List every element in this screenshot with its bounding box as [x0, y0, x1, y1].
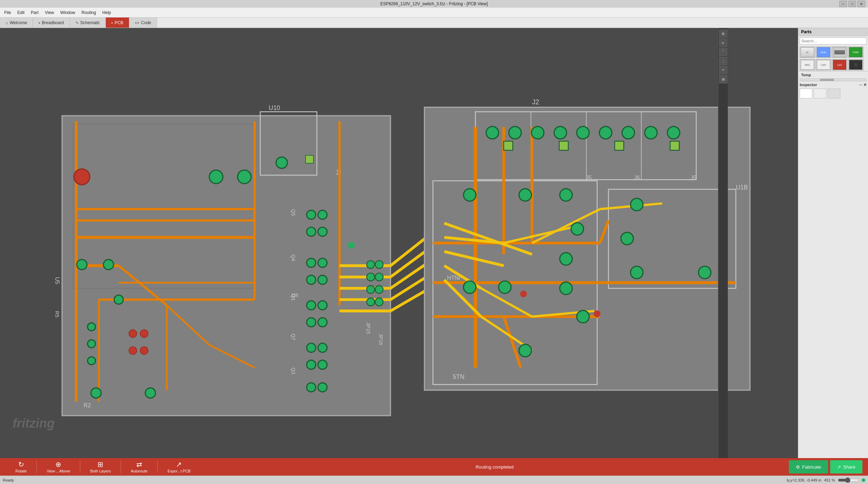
- svg-text:Q5: Q5: [291, 209, 296, 216]
- inspector-close-icon[interactable]: ✕: [863, 83, 867, 87]
- menu-help[interactable]: Help: [100, 9, 114, 16]
- svg-point-73: [645, 126, 657, 139]
- svg-point-49: [307, 360, 316, 369]
- right-panel: Parts IC MOD PWR: [798, 28, 868, 458]
- svg-rect-78: [670, 141, 679, 150]
- svg-point-68: [532, 126, 544, 139]
- svg-point-87: [464, 281, 476, 293]
- fabricate-icon: ⚙: [796, 464, 800, 470]
- inspector-box-3[interactable]: [828, 89, 840, 98]
- menu-file[interactable]: File: [1, 9, 14, 16]
- svg-rect-14: [424, 107, 750, 390]
- tab-welcome[interactable]: ⌂ Welcome: [0, 18, 33, 28]
- menu-window[interactable]: Window: [57, 9, 78, 16]
- tab-code-label: Code: [141, 20, 151, 25]
- part-thumb-1[interactable]: IC: [800, 47, 815, 58]
- share-button[interactable]: ↗ Share: [830, 460, 862, 473]
- parts-title: Parts: [801, 29, 812, 34]
- svg-text:HTNl: HTNl: [447, 275, 460, 281]
- part-thumb-6[interactable]: CAP: [816, 59, 831, 70]
- inspector-box-1[interactable]: [800, 89, 812, 98]
- tab-bar: ⌂ Welcome ▪ Breadboard ∿ Schematic ▪ PCB…: [0, 18, 868, 28]
- inspector-panel: Inspector ─ ✕: [798, 81, 868, 458]
- menu-part[interactable]: Part: [28, 9, 41, 16]
- export-pcb-tool[interactable]: ↗ Expor...t PCB: [158, 458, 200, 476]
- svg-point-103: [594, 310, 600, 317]
- svg-point-57: [91, 388, 101, 398]
- pcb-svg: U10 J1 U5 Q5 Q4 Q1 Q7 Q3 Q8 R2 R5: [0, 28, 798, 458]
- routing-icon[interactable]: ⌒: [719, 48, 727, 56]
- part-thumb-4[interactable]: PWR: [848, 47, 863, 58]
- svg-point-34: [114, 295, 123, 304]
- svg-point-80: [519, 189, 532, 201]
- layers-icon[interactable]: ≡: [719, 39, 727, 47]
- both-layers-tool[interactable]: ⊞ Both Layers: [80, 458, 121, 476]
- part-thumb-7[interactable]: LED: [832, 59, 847, 70]
- menu-view[interactable]: View: [42, 9, 57, 16]
- svg-text:5TN: 5TN: [453, 373, 465, 380]
- svg-text:JP16: JP16: [378, 334, 384, 345]
- pcb-canvas[interactable]: fritzing U10 J1 U5 Q5 Q4 Q1 Q7: [0, 28, 798, 458]
- svg-rect-0: [62, 116, 390, 415]
- antenna-icon[interactable]: ⌖: [719, 66, 727, 74]
- svg-point-44: [318, 301, 327, 310]
- svg-text:U5: U5: [54, 277, 61, 284]
- view-above-tool[interactable]: ⊕ View ...Above: [37, 458, 80, 476]
- main-layout: fritzing U10 J1 U5 Q5 Q4 Q1 Q7: [0, 28, 868, 458]
- svg-rect-75: [504, 141, 513, 150]
- part-thumb-8[interactable]: ⬛: [848, 59, 863, 70]
- part-thumb-2[interactable]: MOD: [816, 47, 831, 58]
- grid-icon[interactable]: ⊞: [719, 75, 727, 83]
- inspector-color-boxes: [800, 89, 867, 98]
- inspector-minimize-icon[interactable]: ─: [859, 83, 862, 87]
- minimize-button[interactable]: ─: [839, 1, 847, 7]
- svg-point-70: [577, 126, 589, 139]
- svg-point-36: [318, 210, 327, 219]
- svg-point-43: [307, 301, 316, 310]
- close-button[interactable]: ✕: [857, 1, 865, 7]
- parts-search-input[interactable]: [800, 37, 867, 44]
- svg-point-60: [88, 340, 96, 348]
- svg-point-65: [140, 347, 148, 355]
- svg-text:J2: J2: [532, 98, 539, 106]
- svg-point-35: [307, 210, 316, 219]
- svg-point-72: [622, 126, 635, 139]
- maximize-button[interactable]: □: [848, 1, 856, 7]
- autoroute-label: Autoroute: [131, 469, 148, 473]
- more-icon[interactable]: ⋮: [719, 57, 727, 65]
- welcome-icon: ⌂: [6, 21, 8, 25]
- svg-point-85: [560, 282, 572, 295]
- tab-breadboard[interactable]: ▪ Breadboard: [33, 18, 70, 28]
- svg-point-90: [621, 232, 634, 245]
- parts-icon[interactable]: ⚙: [719, 29, 727, 38]
- parts-search-area: [798, 36, 868, 46]
- inspector-title: Inspector: [800, 83, 817, 87]
- tab-pcb[interactable]: ▪ PCB: [106, 18, 129, 28]
- autoroute-tool[interactable]: ⇄ Autoroute: [121, 458, 157, 476]
- menu-routing[interactable]: Routing: [79, 9, 99, 16]
- svg-text:Q1: Q1: [291, 294, 296, 300]
- tab-pcb-label: PCB: [115, 20, 123, 25]
- tab-schematic[interactable]: ∿ Schematic: [70, 18, 106, 28]
- svg-rect-101: [306, 155, 314, 164]
- svg-text:R2: R2: [84, 402, 91, 408]
- zoom-slider[interactable]: [838, 478, 859, 482]
- part-thumb-5[interactable]: RES: [800, 59, 815, 70]
- tab-welcome-label: Welcome: [10, 20, 27, 25]
- svg-point-93: [367, 261, 375, 269]
- svg-point-39: [307, 258, 316, 268]
- inspector-box-2[interactable]: [814, 89, 826, 98]
- svg-point-53: [209, 170, 223, 184]
- menu-edit[interactable]: Edit: [14, 9, 27, 16]
- export-pcb-label: Expor...t PCB: [168, 469, 191, 473]
- zoom-level: 451 %: [824, 478, 835, 482]
- svg-point-59: [88, 323, 96, 331]
- parts-scroll-slider[interactable]: [800, 78, 867, 81]
- fabricate-button[interactable]: ⚙ Fabricate: [789, 460, 828, 473]
- part-thumb-3[interactable]: [832, 47, 847, 58]
- rotate-tool[interactable]: ↻ Rotate: [6, 458, 36, 476]
- pcb-icon: ▪: [111, 21, 113, 25]
- svg-point-31: [276, 157, 287, 168]
- svg-point-48: [318, 343, 327, 352]
- tab-code[interactable]: <> Code: [129, 18, 157, 28]
